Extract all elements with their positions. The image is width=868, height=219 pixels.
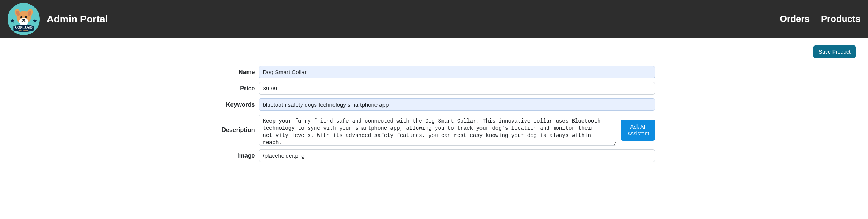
description-label: Description bbox=[213, 127, 255, 134]
app-header: CONTOSO PET STORE Admin Portal Orders Pr… bbox=[0, 0, 868, 38]
form-row-price: Price bbox=[213, 82, 655, 95]
svg-text:CONTOSO: CONTOSO bbox=[15, 26, 33, 30]
keywords-label: Keywords bbox=[213, 101, 255, 108]
nav-products[interactable]: Products bbox=[821, 14, 860, 24]
svg-text:PET STORE: PET STORE bbox=[19, 30, 28, 31]
price-label: Price bbox=[213, 85, 255, 92]
save-product-button[interactable]: Save Product bbox=[813, 45, 856, 58]
nav-orders[interactable]: Orders bbox=[780, 14, 810, 24]
portal-title: Admin Portal bbox=[47, 13, 108, 25]
contoso-logo-icon: CONTOSO PET STORE bbox=[8, 3, 40, 35]
keywords-input[interactable] bbox=[259, 98, 655, 111]
description-textarea[interactable] bbox=[259, 115, 616, 146]
name-label: Name bbox=[213, 69, 255, 76]
content-area: Save Product Name Price Keywords Descrip… bbox=[0, 38, 868, 173]
image-input[interactable] bbox=[259, 149, 655, 162]
svg-point-8 bbox=[25, 16, 27, 18]
name-input[interactable] bbox=[259, 66, 655, 78]
form-row-name: Name bbox=[213, 66, 655, 78]
form-row-image: Image bbox=[213, 149, 655, 162]
form-row-description: Description Ask AI Assistant bbox=[213, 115, 655, 146]
product-form: Name Price Keywords Description Ask AI A… bbox=[213, 66, 655, 162]
form-row-keywords: Keywords bbox=[213, 98, 655, 111]
price-input[interactable] bbox=[259, 82, 655, 95]
ask-ai-assistant-button[interactable]: Ask AI Assistant bbox=[621, 120, 655, 141]
nav-links: Orders Products bbox=[780, 14, 860, 24]
save-row: Save Product bbox=[8, 45, 860, 58]
header-left: CONTOSO PET STORE Admin Portal bbox=[8, 3, 108, 35]
image-label: Image bbox=[213, 152, 255, 159]
description-wrapper: Ask AI Assistant bbox=[259, 115, 655, 146]
svg-point-7 bbox=[20, 16, 22, 18]
